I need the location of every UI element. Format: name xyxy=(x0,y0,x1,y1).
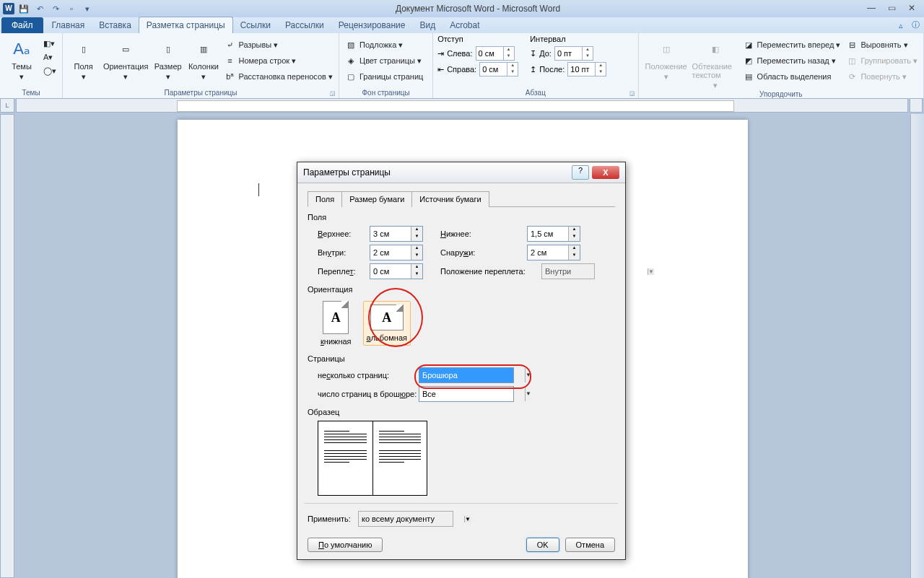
section-preview: Образец xyxy=(308,408,615,416)
columns-button[interactable]: ▥Колонки▾ xyxy=(187,35,219,82)
new-doc-icon[interactable]: ▫ xyxy=(65,2,78,15)
label-gutter: Переплет: xyxy=(318,267,370,276)
minimize-button[interactable]: — xyxy=(862,3,881,14)
indent-left-icon: ⇥ xyxy=(437,49,444,58)
horizontal-ruler[interactable] xyxy=(16,98,908,113)
text-cursor xyxy=(258,183,259,196)
outside-margin-spinner[interactable]: ▲▼ xyxy=(527,245,580,260)
tab-paper-source[interactable]: Источник бумаги xyxy=(411,191,489,207)
theme-colors-icon[interactable]: ◧▾ xyxy=(42,38,58,50)
indent-left-spinner[interactable]: ▲▼ xyxy=(476,46,515,61)
multiple-pages-select[interactable]: ▼ xyxy=(419,367,514,383)
rotate-button[interactable]: ⟳Повернуть ▾ xyxy=(845,69,919,84)
ribbon: Aₐ Темы▾ ◧▾ A▾ ◯▾ Темы ▯Поля▾ ▭Ориентаци… xyxy=(0,33,924,99)
selection-pane-icon: ▤ xyxy=(743,71,754,82)
wrap-text-button[interactable]: ◧Обтекание текстом▾ xyxy=(692,35,738,90)
page-setup-launcher-icon[interactable]: ◲ xyxy=(330,90,336,97)
ruler-corner[interactable]: L xyxy=(0,98,14,113)
size-button[interactable]: ▯Размер▾ xyxy=(152,35,184,82)
dialog-help-button[interactable]: ? xyxy=(572,165,589,180)
group-button[interactable]: ◫Группировать ▾ xyxy=(845,53,919,68)
group-paragraph: Абзац◲ xyxy=(437,89,633,98)
ribbon-minimize-icon[interactable]: ▵ xyxy=(894,18,907,33)
send-backward-button[interactable]: ◩Переместить назад ▾ xyxy=(741,53,842,68)
close-button[interactable]: ✕ xyxy=(902,3,921,14)
hyphen-icon: bª xyxy=(224,71,235,82)
paragraph-launcher-icon[interactable]: ◲ xyxy=(629,90,635,97)
margins-icon: ▯ xyxy=(72,38,95,61)
theme-fonts-icon[interactable]: A▾ xyxy=(42,51,58,64)
tab-paper-size[interactable]: Размер бумаги xyxy=(341,191,412,207)
tab-acrobat[interactable]: Acrobat xyxy=(443,17,487,33)
orientation-icon: ▭ xyxy=(114,38,137,61)
inside-margin-spinner[interactable]: ▲▼ xyxy=(370,245,423,260)
apply-to-select[interactable]: ▼ xyxy=(358,511,453,527)
label-bottom: Нижнее: xyxy=(440,229,527,238)
group-themes: Темы xyxy=(4,89,58,98)
qat-more-icon[interactable]: ▾ xyxy=(81,2,94,15)
spacing-label: Интервал xyxy=(530,35,606,43)
vertical-ruler[interactable] xyxy=(0,114,14,578)
indent-right-spinner[interactable]: ▲▼ xyxy=(479,62,518,76)
tab-page-layout[interactable]: Разметка страницы xyxy=(139,17,233,33)
top-margin-spinner[interactable]: ▲▼ xyxy=(370,226,423,242)
label-gutter-pos: Положение переплета: xyxy=(440,267,541,276)
bring-forward-button[interactable]: ◪Переместить вперед ▾ xyxy=(741,38,842,52)
save-icon[interactable]: 💾 xyxy=(17,2,30,15)
redo-icon[interactable]: ↷ xyxy=(49,2,62,15)
section-margins: Поля xyxy=(308,213,615,222)
ruler-toggle-icon[interactable] xyxy=(910,98,923,113)
page-color-icon: ◈ xyxy=(345,55,357,66)
breaks-icon: ⤶ xyxy=(224,39,235,51)
tab-margins[interactable]: Поля xyxy=(308,191,342,207)
tab-references[interactable]: Ссылки xyxy=(233,17,278,33)
tab-review[interactable]: Рецензирование xyxy=(331,17,413,33)
ok-button[interactable]: OK xyxy=(526,538,559,552)
tab-home[interactable]: Главная xyxy=(45,17,92,33)
indent-right-icon: ⇤ xyxy=(437,65,444,74)
orientation-button[interactable]: ▭Ориентация▾ xyxy=(103,35,149,82)
bring-forward-icon: ◪ xyxy=(743,39,754,51)
page-borders-button[interactable]: ▢Границы страниц xyxy=(344,69,424,84)
label-apply-to: Применить: xyxy=(308,514,358,523)
space-before-icon: ↧ xyxy=(530,49,536,58)
dialog-close-button[interactable]: X xyxy=(592,166,619,179)
maximize-button[interactable]: ▭ xyxy=(882,3,901,14)
theme-effects-icon[interactable]: ◯▾ xyxy=(42,65,58,77)
page-borders-icon: ▢ xyxy=(345,71,357,82)
default-button[interactable]: По умолчанию xyxy=(308,538,383,552)
page-color-button[interactable]: ◈Цвет страницы ▾ xyxy=(344,53,424,68)
columns-icon: ▥ xyxy=(192,38,215,61)
sheets-per-booklet-select[interactable]: ▼ xyxy=(419,386,514,402)
themes-icon: Aₐ xyxy=(10,38,33,61)
rotate-icon: ⟳ xyxy=(846,71,858,82)
group-page-setup: Параметры страницы◲ xyxy=(67,89,334,98)
undo-icon[interactable]: ↶ xyxy=(33,2,46,15)
themes-button[interactable]: Aₐ Темы▾ xyxy=(4,35,39,82)
bottom-margin-spinner[interactable]: ▲▼ xyxy=(527,226,580,242)
dialog-titlebar: Параметры страницы ? X xyxy=(297,162,625,183)
breaks-button[interactable]: ⤶Разрывы ▾ xyxy=(222,38,334,52)
position-button[interactable]: ◫Положение▾ xyxy=(643,35,689,82)
hyphenation-button[interactable]: bªРасстановка переносов ▾ xyxy=(222,69,334,84)
orientation-portrait[interactable]: A книжная xyxy=(318,298,354,349)
tab-mailings[interactable]: Рассылки xyxy=(278,17,331,33)
orientation-landscape[interactable]: A альбомная xyxy=(363,301,411,346)
tab-view[interactable]: Вид xyxy=(412,17,443,33)
selection-pane-button[interactable]: ▤Область выделения xyxy=(741,69,842,84)
cancel-button[interactable]: Отмена xyxy=(565,538,615,552)
align-icon: ⊟ xyxy=(846,39,858,51)
watermark-button[interactable]: ▧Подложка ▾ xyxy=(344,38,424,52)
margins-button[interactable]: ▯Поля▾ xyxy=(67,35,100,82)
vertical-scrollbar[interactable] xyxy=(910,114,924,578)
align-button[interactable]: ⊟Выровнять ▾ xyxy=(845,38,919,52)
space-after-spinner[interactable]: ▲▼ xyxy=(567,62,606,76)
file-tab[interactable]: Файл xyxy=(1,17,43,33)
line-numbers-button[interactable]: ≡Номера строк ▾ xyxy=(222,53,334,68)
window-title: Документ Microsoft Word - Microsoft Word xyxy=(94,4,862,14)
gutter-spinner[interactable]: ▲▼ xyxy=(370,263,423,279)
space-before-spinner[interactable]: ▲▼ xyxy=(554,46,593,61)
send-backward-icon: ◩ xyxy=(743,55,754,66)
help-icon[interactable]: ⓘ xyxy=(907,17,924,33)
tab-insert[interactable]: Вставка xyxy=(92,17,139,33)
